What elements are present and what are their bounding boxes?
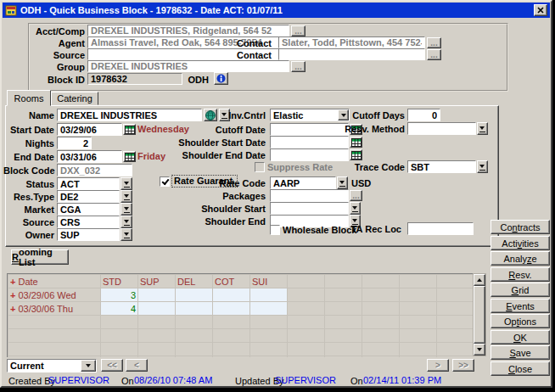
- resv-method-field[interactable]: [407, 122, 476, 135]
- nav-next-label: >: [435, 361, 440, 370]
- packages-lookup-button[interactable]: ...: [350, 190, 362, 201]
- nav-prev-label: <: [134, 361, 139, 370]
- owner-field[interactable]: [57, 228, 120, 241]
- shoulder-start-dropdown-button[interactable]: [350, 202, 361, 215]
- wholesale-block-checkbox[interactable]: [270, 225, 280, 235]
- odh-info-button[interactable]: [214, 72, 228, 85]
- group-field[interactable]: [87, 60, 289, 72]
- dropdown-icon: [339, 180, 345, 187]
- end-date-field[interactable]: [57, 150, 122, 163]
- nav-prev-button[interactable]: <: [126, 359, 148, 372]
- owner-label: Owner: [3, 229, 54, 241]
- grid-row-1-std[interactable]: 3: [101, 288, 138, 302]
- events-button[interactable]: Events: [491, 299, 550, 313]
- suppress-rate-checkbox[interactable]: [255, 162, 265, 172]
- shoulder-end-date-calendar-button[interactable]: [350, 149, 362, 160]
- contact1-field[interactable]: [278, 36, 425, 48]
- nav-last-button[interactable]: >>: [452, 359, 474, 372]
- view-combo-arrow[interactable]: [81, 360, 96, 372]
- rate-code-dropdown-button[interactable]: [337, 176, 348, 189]
- updated-on-value: 02/14/11 01:39 PM: [363, 375, 441, 385]
- shoulder-start-label: Shoulder Start: [197, 203, 266, 215]
- nav-next-button[interactable]: >: [427, 359, 449, 372]
- ellipsis-icon: ...: [430, 50, 437, 59]
- dropdown-icon: [124, 206, 130, 213]
- ta-rec-loc-field[interactable]: [407, 222, 474, 235]
- grid-empty-row: [8, 329, 474, 343]
- res-type-dropdown-button[interactable]: [121, 190, 132, 203]
- ta-rec-loc-label: TA Rec Loc: [329, 223, 401, 235]
- status-dropdown-button[interactable]: [121, 177, 132, 190]
- ok-button[interactable]: OK: [491, 330, 550, 344]
- source-label: Source: [19, 49, 85, 61]
- end-date-calendar-button[interactable]: [123, 151, 136, 162]
- source2-dropdown-button[interactable]: [121, 216, 132, 228]
- resv-method-dropdown-button[interactable]: [477, 122, 488, 135]
- tab-rooms[interactable]: Rooms: [7, 90, 51, 106]
- window-icon: [5, 4, 17, 16]
- grid-button[interactable]: Grid: [491, 283, 550, 297]
- status-field[interactable]: [57, 177, 120, 190]
- trace-code-field[interactable]: [407, 160, 476, 173]
- quick-business-block-window: ODH - Quick Business Block - 1978632 - D…: [0, 0, 552, 388]
- suppress-rate-label: Suppress Rate: [267, 162, 333, 173]
- packages-label: Packages: [197, 190, 266, 202]
- grid-scrollbar[interactable]: [473, 273, 486, 356]
- nights-field[interactable]: [57, 137, 92, 149]
- tab-catering[interactable]: Catering: [51, 92, 98, 105]
- acct-comp-field[interactable]: [87, 25, 289, 36]
- start-date-calendar-button[interactable]: [123, 124, 136, 135]
- contact1-lookup-button[interactable]: ...: [427, 37, 441, 48]
- acct-comp-lookup-button[interactable]: ...: [291, 25, 306, 36]
- updated-on-label: On: [350, 376, 363, 386]
- scrollbar-thumb[interactable]: [474, 286, 485, 344]
- rate-guarantee-checkbox[interactable]: [160, 176, 170, 187]
- save-button[interactable]: Save: [491, 345, 550, 360]
- scroll-down-button[interactable]: [474, 344, 485, 356]
- resv-button[interactable]: Resv.: [491, 267, 550, 282]
- activities-button[interactable]: Activities: [491, 236, 550, 250]
- market-field[interactable]: [57, 203, 120, 216]
- group-label: Group: [19, 61, 85, 73]
- contact1-label: Contact: [229, 37, 272, 49]
- grid-row-2-std[interactable]: 4: [101, 302, 138, 316]
- rate-code-field[interactable]: [270, 176, 336, 189]
- contact2-lookup-button[interactable]: ...: [427, 49, 441, 60]
- shoulder-end-date-field[interactable]: [270, 148, 349, 161]
- inv-cntrl-label: Inv.Cntrl: [197, 109, 266, 121]
- close-button[interactable]: Close: [491, 361, 550, 376]
- plus-icon: +: [10, 277, 15, 287]
- cutoff-days-label: Cutoff Days: [333, 109, 405, 121]
- rooming-list-button[interactable]: Rooming List: [11, 249, 69, 265]
- cutoff-days-field[interactable]: [407, 109, 440, 121]
- shoulder-start-date-field[interactable]: [270, 136, 349, 148]
- res-type-field[interactable]: [57, 190, 120, 203]
- grid-empty-row: [8, 356, 474, 358]
- dropdown-icon: [352, 205, 358, 212]
- source2-field[interactable]: [57, 216, 120, 228]
- scroll-up-button[interactable]: [474, 274, 485, 286]
- owner-dropdown-button[interactable]: [121, 228, 132, 241]
- contact2-label: Contact: [229, 49, 272, 61]
- shoulder-end-label: Shoulder End: [197, 216, 266, 227]
- currency-label: USD: [351, 177, 377, 189]
- plus-icon: +: [10, 304, 15, 314]
- group-lookup-button[interactable]: ...: [291, 61, 306, 72]
- contracts-button[interactable]: Contracts: [491, 220, 550, 234]
- name-field[interactable]: [57, 109, 202, 121]
- res-type-label: Res.Type: [3, 191, 54, 203]
- contact2-field[interactable]: [278, 48, 425, 60]
- dropdown-icon: [479, 164, 485, 171]
- source2-label: Source: [3, 216, 54, 228]
- options-button[interactable]: Options: [491, 314, 550, 328]
- start-date-field[interactable]: [57, 123, 122, 136]
- room-grid[interactable]: +Date STD SUP DEL COT SUI +03/29/06 Wed …: [7, 273, 474, 357]
- shoulder-start-date-calendar-button[interactable]: [350, 137, 362, 148]
- trace-code-dropdown-button[interactable]: [477, 160, 488, 173]
- packages-field[interactable]: [270, 189, 349, 202]
- analyze-button[interactable]: Analyze: [491, 251, 550, 266]
- nav-first-button[interactable]: <<: [101, 359, 123, 372]
- grid-header-cot: COT: [213, 275, 250, 288]
- shoulder-start-field[interactable]: [270, 202, 349, 215]
- market-dropdown-button[interactable]: [121, 203, 132, 216]
